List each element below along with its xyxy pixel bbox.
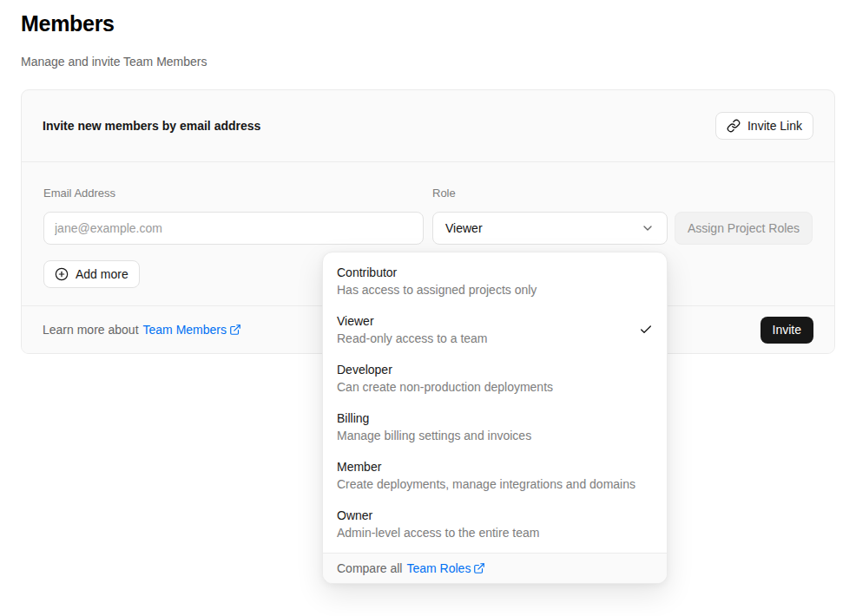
email-address-label: Email Address [43, 187, 115, 200]
role-option-name: Member [337, 458, 635, 475]
check-icon [639, 323, 653, 337]
role-option-text: Member Create deployments, manage integr… [337, 458, 635, 493]
role-option-description: Create deployments, manage integrations … [337, 475, 635, 493]
invite-card-title: Invite new members by email address [43, 119, 260, 133]
learn-more-text: Learn more about Team Members [43, 323, 241, 337]
role-option-member[interactable]: Member Create deployments, manage integr… [323, 451, 667, 500]
role-option-text: Developer Can create non-production depl… [337, 361, 553, 396]
role-option-text: Contributor Has access to assigned proje… [337, 264, 537, 298]
role-option-text: Owner Admin-level access to the entire t… [337, 507, 539, 541]
invite-link-button[interactable]: Invite Link [715, 112, 813, 140]
role-dropdown-list: Contributor Has access to assigned proje… [323, 252, 667, 553]
role-option-text: Viewer Read-only access to a team [337, 312, 488, 347]
role-option-name: Developer [337, 361, 553, 378]
role-dropdown-footer: Compare all Team Roles [323, 553, 667, 583]
role-select[interactable]: Viewer [432, 212, 668, 245]
team-roles-link[interactable]: Team Roles [406, 561, 485, 575]
add-more-button[interactable]: Add more [43, 260, 140, 288]
compare-all-text: Compare all [337, 561, 402, 575]
role-option-description: Admin-level access to the entire team [337, 524, 539, 541]
role-option-owner[interactable]: Owner Admin-level access to the entire t… [323, 500, 667, 548]
role-dropdown-menu: Contributor Has access to assigned proje… [322, 252, 668, 584]
role-option-description: Can create non-production deployments [337, 378, 553, 396]
assign-project-roles-button[interactable]: Assign Project Roles [675, 212, 813, 245]
role-option-description: Has access to assigned projects only [337, 281, 537, 298]
add-more-button-label: Add more [76, 267, 128, 281]
role-option-viewer[interactable]: Viewer Read-only access to a team [323, 305, 667, 354]
page-title: Members [21, 11, 115, 36]
chevron-down-icon [641, 221, 655, 235]
role-option-description: Read-only access to a team [337, 330, 488, 347]
role-option-description: Manage billing settings and invoices [337, 427, 531, 444]
team-members-link[interactable]: Team Members [143, 323, 241, 337]
external-link-icon [473, 562, 485, 574]
role-option-name: Owner [337, 507, 539, 524]
role-option-name: Viewer [337, 312, 488, 330]
email-input[interactable] [43, 212, 424, 245]
learn-more-prefix: Learn more about [43, 323, 139, 337]
team-members-link-label: Team Members [143, 323, 227, 337]
invite-button[interactable]: Invite [761, 317, 813, 344]
role-select-value: Viewer [445, 221, 483, 235]
invite-card-header: Invite new members by email address Invi… [22, 90, 834, 162]
invite-link-button-label: Invite Link [747, 119, 802, 133]
link-icon [727, 119, 741, 133]
role-option-name: Contributor [337, 264, 537, 281]
role-option-developer[interactable]: Developer Can create non-production depl… [323, 354, 667, 403]
team-roles-link-label: Team Roles [406, 561, 471, 575]
external-link-icon [229, 324, 241, 336]
plus-circle-icon [55, 267, 69, 281]
role-option-contributor[interactable]: Contributor Has access to assigned proje… [323, 257, 667, 305]
role-option-name: Billing [337, 410, 531, 427]
role-option-billing[interactable]: Billing Manage billing settings and invo… [323, 403, 667, 451]
role-option-text: Billing Manage billing settings and invo… [337, 410, 531, 444]
page-subtitle: Manage and invite Team Members [21, 55, 207, 69]
role-label: Role [432, 187, 456, 200]
